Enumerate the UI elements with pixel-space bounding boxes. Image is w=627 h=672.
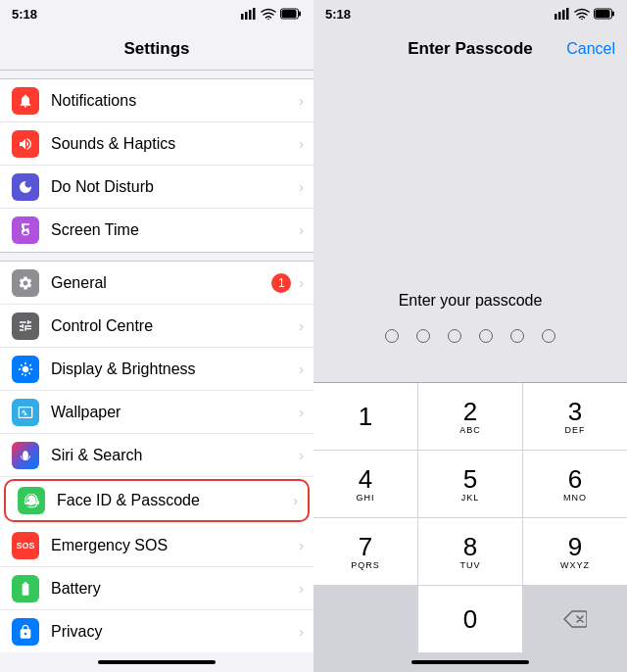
settings-item-sounds[interactable]: Sounds & Haptics › — [0, 122, 314, 166]
passcode-dot-4 — [479, 329, 493, 343]
passcode-dots — [385, 329, 555, 343]
numpad-letters-5: JKL — [461, 493, 480, 503]
numpad-key-3[interactable]: 3 DEF — [523, 383, 627, 450]
numpad-key-1[interactable]: 1 — [314, 383, 417, 450]
numpad-letters-3: DEF — [565, 425, 586, 435]
numpad-num-1: 1 — [359, 404, 372, 429]
general-icon — [12, 269, 39, 297]
general-label: General — [51, 274, 271, 292]
numpad-num-2: 2 — [463, 399, 477, 424]
privacy-icon — [12, 618, 39, 646]
numpad-letters-8: TUV — [460, 560, 481, 570]
display-label: Display & Brightness — [51, 360, 299, 378]
passcode-panel: 5:18 Enter Passcode Cancel Enter your pa… — [314, 0, 627, 672]
donotdisturb-chevron: › — [299, 179, 304, 195]
numpad: 1 2 ABC 3 DEF 4 GHI 5 JKL 6 MNO 7 PQRS — [314, 382, 627, 652]
settings-group-1: Notifications › Sounds & Haptics › Do No… — [0, 78, 314, 253]
cancel-button[interactable]: Cancel — [566, 40, 615, 58]
general-badge: 1 — [271, 273, 291, 293]
screentime-icon — [12, 216, 39, 244]
svg-point-4 — [267, 19, 269, 20]
passcode-dot-3 — [448, 329, 461, 343]
numpad-letters-4: GHI — [356, 493, 374, 503]
faceid-label: Face ID & Passcode — [57, 492, 293, 509]
passcode-dot-5 — [510, 329, 524, 343]
numpad-key-7[interactable]: 7 PQRS — [314, 518, 417, 585]
svg-rect-10 — [558, 12, 561, 20]
sos-chevron: › — [299, 538, 304, 553]
svg-point-13 — [581, 19, 583, 20]
settings-item-privacy[interactable]: Privacy › — [0, 610, 314, 652]
battery-chevron: › — [299, 581, 304, 597]
numpad-num-7: 7 — [359, 534, 372, 559]
sos-label: Emergency SOS — [51, 537, 299, 554]
settings-item-battery[interactable]: Battery › — [0, 567, 314, 610]
svg-rect-7 — [282, 10, 297, 18]
screentime-chevron: › — [299, 222, 304, 238]
settings-item-faceid[interactable]: Face ID & Passcode › — [4, 479, 310, 522]
battery-icon — [280, 8, 302, 20]
settings-item-donotdisturb[interactable]: Do Not Disturb › — [0, 166, 314, 209]
settings-item-siri[interactable]: Siri & Search › — [0, 434, 314, 477]
numpad-key-empty — [314, 586, 417, 652]
numpad-key-9[interactable]: 9 WXYZ — [523, 518, 627, 585]
controlcentre-icon — [12, 312, 39, 340]
settings-item-general[interactable]: General 1 › — [0, 262, 314, 305]
numpad-key-2[interactable]: 2 ABC — [418, 383, 522, 450]
right-battery-icon — [594, 8, 615, 20]
settings-item-notifications[interactable]: Notifications › — [0, 79, 314, 122]
settings-item-screentime[interactable]: Screen Time › — [0, 209, 314, 252]
right-status-bar: 5:18 — [314, 0, 627, 27]
sounds-icon — [12, 130, 39, 158]
numpad-key-8[interactable]: 8 TUV — [418, 518, 522, 585]
settings-item-display[interactable]: Display & Brightness › — [0, 348, 314, 391]
passcode-prompt: Enter your passcode — [399, 292, 543, 310]
settings-group-2: General 1 › Control Centre › Display & B… — [0, 261, 314, 652]
battery-label: Battery — [51, 580, 299, 598]
passcode-dot-6 — [542, 329, 555, 343]
right-home-bar — [411, 660, 529, 664]
privacy-label: Privacy — [51, 623, 299, 641]
settings-item-controlcentre[interactable]: Control Centre › — [0, 305, 314, 348]
siri-icon — [12, 442, 39, 469]
numpad-letters-7: PQRS — [351, 560, 380, 570]
donotdisturb-icon — [12, 173, 39, 201]
passcode-dot-1 — [385, 329, 399, 343]
sounds-label: Sounds & Haptics — [51, 135, 299, 153]
numpad-num-4: 4 — [359, 466, 372, 492]
settings-header: Settings — [0, 27, 314, 71]
numpad-num-9: 9 — [568, 534, 582, 559]
faceid-chevron: › — [293, 493, 298, 508]
settings-title: Settings — [123, 39, 189, 59]
numpad-letters-9: WXYZ — [560, 560, 590, 570]
siri-label: Siri & Search — [51, 447, 299, 464]
svg-rect-2 — [249, 10, 252, 20]
svg-rect-1 — [245, 12, 248, 20]
wallpaper-icon — [12, 399, 39, 426]
numpad-key-0[interactable]: 0 — [418, 586, 522, 652]
sos-icon: SOS — [12, 532, 39, 559]
numpad-num-3: 3 — [568, 399, 582, 424]
display-icon — [12, 356, 39, 383]
controlcentre-label: Control Centre — [51, 317, 299, 335]
wallpaper-label: Wallpaper — [51, 404, 299, 421]
notifications-label: Notifications — [51, 92, 299, 110]
passcode-header: Enter Passcode Cancel — [314, 27, 627, 71]
passcode-title: Enter Passcode — [408, 39, 533, 59]
right-wifi-icon — [574, 8, 590, 20]
numpad-key-4[interactable]: 4 GHI — [314, 451, 417, 517]
numpad-key-5[interactable]: 5 JKL — [418, 451, 522, 517]
numpad-key-6[interactable]: 6 MNO — [523, 451, 627, 517]
numpad-key-delete[interactable] — [523, 586, 627, 652]
svg-rect-11 — [562, 10, 565, 20]
notifications-chevron: › — [299, 93, 304, 109]
numpad-num-6: 6 — [568, 466, 582, 492]
svg-rect-9 — [555, 14, 557, 20]
svg-rect-3 — [253, 8, 256, 20]
settings-panel: 5:18 Settings Notifications › Sounds — [0, 0, 314, 672]
svg-rect-12 — [566, 8, 569, 20]
right-home-indicator — [314, 652, 627, 672]
settings-item-sos[interactable]: SOS Emergency SOS › — [0, 524, 314, 567]
settings-item-wallpaper[interactable]: Wallpaper › — [0, 391, 314, 434]
left-home-bar — [98, 660, 216, 664]
